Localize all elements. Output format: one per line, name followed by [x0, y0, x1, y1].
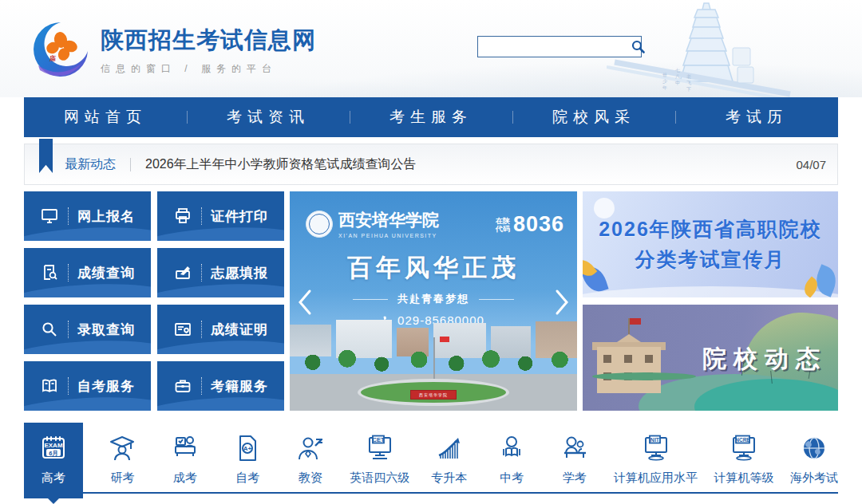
carousel-header: 西安培华学院 XI'AN PEIHUA UNIVERSITY 在陕 代码 803…	[290, 191, 577, 238]
ticker-news-link[interactable]: 2026年上半年中小学教师资格笔试成绩查询公告	[145, 156, 796, 173]
svg-text:EXAM: EXAM	[44, 442, 62, 449]
news-ticker: 最新动态 2026年上半年中小学教师资格笔试成绩查询公告 04/07	[24, 144, 838, 185]
tab-zikao[interactable]: A+ 自考	[224, 423, 271, 498]
header: 丗少年 七八中 老飞下	[0, 0, 862, 97]
red-flag-icon	[440, 337, 449, 342]
tab-gaokao[interactable]: EXAM 6月 高考	[24, 423, 83, 498]
site-logo[interactable]: 庙 陕西招生考试信息网 信息的窗口 / 服务的平台	[29, 19, 316, 81]
chevron-left-icon	[296, 289, 314, 316]
exam-calendar-icon: EXAM 6月	[38, 433, 69, 463]
tab-nit[interactable]: NIT 计算机应用水平	[614, 423, 698, 498]
carousel-slogan: 百年风华正茂	[290, 251, 577, 285]
site-subtitle: 信息的窗口 / 服务的平台	[101, 62, 316, 76]
graduate-icon	[107, 433, 137, 463]
tab-zhuanshengben[interactable]: 专升本	[426, 423, 473, 498]
promo-line1: 2026年陕西省高职院校	[599, 216, 822, 242]
page: 丗少年 七八中 老飞下	[0, 0, 862, 504]
dotted-divider	[68, 321, 69, 338]
campus-gate-sign: 西安培华学院	[410, 390, 457, 400]
ticker-divider	[130, 158, 131, 171]
svg-text:年: 年	[662, 85, 667, 90]
tab-zhongkao[interactable]: 中考	[488, 423, 535, 498]
nav-item-exam-calendar[interactable]: 考试历	[675, 97, 838, 137]
main-nav: 网站首页 考试资讯 考生服务 院校风采 考试历	[24, 97, 838, 137]
tab-label: 中考	[500, 471, 524, 486]
tab-yankao[interactable]: 研考	[99, 423, 145, 498]
service-label: 证件打印	[211, 207, 268, 226]
svg-text:八: 八	[675, 74, 680, 79]
svg-text:中: 中	[675, 81, 680, 85]
carousel-next-button[interactable]	[553, 289, 571, 316]
tab-label: 教资	[299, 471, 322, 486]
campus-photo-illustration: 西安培华学院	[290, 318, 577, 411]
search-button[interactable]	[631, 37, 645, 57]
tab-xuekao[interactable]: 学考	[552, 423, 598, 498]
quick-services-grid: 网上报名 证件打印	[24, 191, 284, 411]
service-label: 自考服务	[77, 377, 135, 396]
edit-pencil-icon	[173, 263, 192, 282]
site-logo-icon: 庙	[29, 19, 93, 81]
school-building-illustration	[592, 334, 666, 393]
tab-label: 专升本	[431, 471, 467, 486]
service-label: 志愿填报	[211, 264, 268, 282]
search-input[interactable]	[478, 37, 631, 57]
carousel-subslogan: 共赴青春梦想	[290, 292, 577, 306]
university-name-en: XI'AN PEIHUA UNIVERSITY	[338, 233, 439, 238]
ticker-date: 04/07	[796, 158, 826, 171]
svg-text:CET: CET	[372, 436, 384, 443]
dotted-divider	[201, 377, 202, 395]
tab-ncre[interactable]: NCRE 计算机等级	[714, 423, 774, 498]
university-name: 西安培华学院	[338, 209, 439, 231]
graded-paper-icon: A+	[232, 433, 263, 463]
nav-item-exam-news[interactable]: 考试资讯	[187, 97, 350, 137]
promo-line2: 分类考试宣传月	[635, 246, 786, 273]
vocational-exam-promo-banner[interactable]: 2026年陕西省高职院校 分类考试宣传月	[583, 191, 838, 297]
service-exam-record-button[interactable]: 考籍服务	[157, 361, 284, 411]
service-label: 考籍服务	[211, 377, 268, 396]
printer-icon	[173, 207, 192, 226]
college-news-banner[interactable]: 院校动态	[583, 305, 838, 411]
svg-text:老: 老	[686, 74, 691, 79]
tab-jiaozi[interactable]: 教资	[287, 423, 334, 498]
service-online-registration-button[interactable]: 网上报名	[24, 191, 151, 241]
dotted-divider	[201, 321, 202, 338]
bookmark-ribbon-icon	[39, 139, 53, 173]
tab-label: 自考	[235, 471, 259, 486]
service-label: 成绩证明	[211, 321, 268, 339]
svg-text:A+: A+	[243, 445, 252, 452]
service-self-study-exam-button[interactable]: 自考服务	[24, 361, 151, 411]
chevron-right-icon	[553, 289, 571, 316]
growth-chart-icon	[434, 433, 465, 463]
service-certificate-print-button[interactable]: 证件打印	[157, 191, 284, 241]
briefcase-icon	[173, 376, 192, 396]
service-admission-query-button[interactable]: 录取查询	[24, 305, 151, 354]
certificate-card-icon	[173, 320, 192, 339]
tab-chengkao[interactable]: 成考	[162, 423, 208, 498]
ticker-label: 最新动态	[65, 156, 116, 173]
university-seal-icon	[306, 211, 333, 238]
tab-label: 英语四六级	[350, 471, 409, 486]
dotted-divider	[68, 377, 69, 395]
teacher-icon	[295, 433, 326, 463]
university-code: 在陕 代码 8036	[496, 212, 564, 237]
open-book-icon	[40, 376, 59, 396]
red-flag-icon	[630, 318, 641, 325]
dotted-divider	[68, 207, 69, 225]
nav-item-home[interactable]: 网站首页	[24, 97, 187, 137]
nav-item-candidate-services[interactable]: 考生服务	[350, 97, 512, 137]
service-score-certificate-button[interactable]: 成绩证明	[157, 305, 284, 354]
service-volunteer-application-button[interactable]: 志愿填报	[157, 248, 284, 297]
service-label: 网上报名	[77, 207, 135, 226]
code-label-line1: 在陕	[496, 217, 510, 225]
cet-monitor-icon: CET	[365, 433, 395, 463]
svg-text:丗: 丗	[662, 73, 667, 77]
svg-text:NIT: NIT	[650, 437, 659, 443]
code-label-line2: 代码	[496, 225, 510, 233]
service-score-query-button[interactable]: 成绩查询	[24, 248, 151, 297]
nav-item-college-showcase[interactable]: 院校风采	[512, 97, 675, 137]
college-news-banner-title: 院校动态	[702, 343, 827, 376]
tab-cet[interactable]: CET 英语四六级	[350, 423, 409, 498]
hero-carousel[interactable]: 西安培华学院 XI'AN PEIHUA UNIVERSITY 在陕 代码 803…	[290, 191, 577, 411]
tab-overseas[interactable]: 海外考试	[790, 423, 838, 498]
carousel-prev-button[interactable]	[296, 289, 314, 316]
